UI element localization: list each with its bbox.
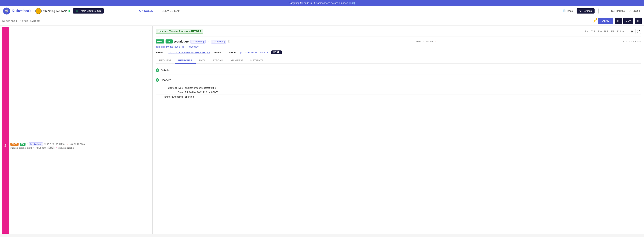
detail-header: Hypertext Transfer Protocol -- HTTP/1.1 … bbox=[156, 29, 641, 37]
details-section-header[interactable]: + Details bbox=[156, 67, 641, 74]
traffic-list: GQL POST 200 / [sock-shop] ⎘ 10.0.28.183… bbox=[0, 26, 152, 234]
tab-data[interactable]: DATA bbox=[196, 57, 209, 64]
traffic-btn-label: Traffic Capture: ON bbox=[80, 10, 101, 12]
docs-link[interactable]: 📄 Docs bbox=[563, 10, 572, 12]
details-section: + Details bbox=[156, 67, 641, 74]
method-badge: POST bbox=[10, 143, 18, 146]
protocol-chip: Hypertext Transfer Protocol -- HTTP/1.1 bbox=[156, 29, 203, 34]
flow-arrow: ⇒ bbox=[56, 147, 57, 149]
filter-bar: ⚡ Apply ⊞ CSV ⊙ bbox=[0, 16, 644, 26]
headers-section-header[interactable]: + Headers bbox=[156, 77, 641, 83]
tab-service-map[interactable]: SERVICE MAP bbox=[157, 8, 184, 14]
src-service-name: front-end-54cddd48dc-s4llq bbox=[156, 46, 184, 48]
traffic-row[interactable]: GQL POST 200 / [sock-shop] ⎘ 10.0.28.183… bbox=[0, 26, 152, 234]
et-label: ET: bbox=[611, 30, 615, 33]
node-label: Node: bbox=[229, 51, 236, 54]
header-key: Content-Type bbox=[156, 87, 183, 89]
detail-tabs: REQUEST RESPONSE DATA SYSCALL MANIFEST M… bbox=[156, 57, 641, 64]
tab-request[interactable]: REQUEST bbox=[156, 57, 175, 64]
fullscreen-detail-button[interactable]: ⛶ bbox=[636, 29, 641, 34]
source-label: mizutest-graphql-client-7f478798-fq4fr bbox=[10, 147, 46, 149]
header-row: Content-Type application/json; charset=u… bbox=[156, 86, 641, 90]
apply-button[interactable]: Apply bbox=[598, 18, 613, 24]
tab-api-calls[interactable]: API CALLS bbox=[135, 8, 158, 14]
streaming-label: streaming live traffic bbox=[43, 10, 67, 13]
logo-icon: 🦈 bbox=[3, 8, 10, 15]
split-view-button[interactable]: ⊟ bbox=[629, 29, 634, 34]
header-row: Transfer-Encoding chunked bbox=[156, 95, 641, 99]
scripting-link[interactable]: SCRIPTING bbox=[611, 10, 625, 12]
logo-name: Kubeshark bbox=[12, 9, 32, 13]
console-link[interactable]: CONSOLE bbox=[628, 10, 641, 12]
path-text: / bbox=[27, 143, 28, 146]
headers-title: Headers bbox=[161, 79, 171, 82]
http-status-badge: 200 bbox=[166, 40, 173, 44]
copy-detail-button[interactable]: ⎘ bbox=[228, 40, 230, 43]
more-button[interactable]: ⋮ bbox=[598, 8, 604, 14]
bytes-out: 194B bbox=[48, 147, 54, 149]
details-toggle: + bbox=[156, 68, 159, 72]
pause-button[interactable]: ⏸ bbox=[35, 8, 42, 14]
request-line: GET 200 /catalogue [sock-shop] → [sock-s… bbox=[156, 40, 641, 44]
service-path: front-end-54cddd48dc-s4llq → catalogue bbox=[156, 46, 641, 48]
service-path-arrow: → bbox=[185, 46, 187, 48]
banner-edit-link[interactable]: [edit] bbox=[350, 2, 355, 5]
settings-button[interactable]: ⚙ Settings bbox=[576, 8, 594, 14]
nav-tabs: API CALLS SERVICE MAP bbox=[135, 8, 184, 14]
dst-ip: 10.0.62.22:8080 bbox=[69, 143, 85, 145]
logo-area: 🦈 Kubeshark bbox=[3, 8, 32, 15]
copy-button[interactable]: ⎘ bbox=[44, 143, 46, 146]
row-main: POST 200 / [sock-shop] ⎘ 10.0.28.183:511… bbox=[10, 142, 150, 149]
details-title: Details bbox=[161, 69, 170, 72]
detail-path: /catalogue bbox=[174, 40, 188, 43]
power-icon: ⏻ bbox=[76, 10, 78, 12]
res-label: Res: bbox=[598, 30, 603, 33]
targeting-banner: Targeting 90 pods in 11 namespaces acros… bbox=[0, 0, 644, 6]
row-top: POST 200 / [sock-shop] ⎘ 10.0.28.183:511… bbox=[10, 142, 150, 146]
tab-syscall[interactable]: SYSCALL bbox=[209, 57, 227, 64]
stream-link[interactable]: 10.0.6.218:48999/000000142293.pcap bbox=[168, 51, 211, 54]
headers-block: Content-Type application/json; charset=u… bbox=[156, 86, 641, 99]
detail-service-src: [sock-shop] bbox=[190, 40, 206, 44]
detail-meta: Req: 63B Res: 3kB ET: 1212 μs bbox=[585, 30, 624, 33]
header-val: application/json; charset=utf-8 bbox=[185, 87, 216, 89]
pcap-button[interactable]: PCAP bbox=[272, 51, 282, 54]
tab-response[interactable]: RESPONSE bbox=[175, 57, 196, 64]
dst-service-name: catalogue bbox=[188, 46, 198, 48]
header-row: Date Fri, 20 Dec 2024 21:01:43 GMT bbox=[156, 90, 641, 95]
detail-dst-ip: 172.20.148.83:80 bbox=[623, 40, 641, 43]
filter-input[interactable] bbox=[2, 19, 591, 23]
detail-src-ip: 10.0.12.7:57556 bbox=[416, 40, 433, 43]
node-value: ip-10-0-6-218.ec2.internal bbox=[240, 51, 268, 54]
headers-divider bbox=[156, 84, 641, 84]
header-bar: 🦈 Kubeshark ⏸ streaming live traffic ⏻ T… bbox=[0, 6, 644, 16]
status-badge: 200 bbox=[20, 143, 26, 146]
banner-text: Targeting 90 pods in 11 namespaces acros… bbox=[289, 2, 348, 5]
header-key: Transfer-Encoding bbox=[156, 96, 183, 98]
live-indicator bbox=[68, 10, 70, 12]
main-content: GQL POST 200 / [sock-shop] ⎘ 10.0.28.183… bbox=[0, 26, 644, 234]
detail-panel: Hypertext Transfer Protocol -- HTTP/1.1 … bbox=[152, 26, 644, 234]
arrow-icon: → bbox=[66, 143, 68, 146]
tab-metadata[interactable]: METADATA bbox=[247, 57, 267, 64]
res-size: 3kB bbox=[604, 30, 608, 33]
right-actions: 📄 Docs ⚙ Settings ⋮ SCRIPTING CONSOLE bbox=[563, 8, 641, 14]
index-label: Index: bbox=[214, 51, 222, 54]
headers-toggle: + bbox=[156, 78, 159, 82]
service-tag: [sock-shop] bbox=[28, 142, 43, 146]
req-size: 63B bbox=[591, 30, 595, 33]
csv-export-button[interactable]: CSV bbox=[623, 18, 633, 24]
service-arrow: → bbox=[207, 40, 210, 43]
tab-manifest[interactable]: MANIFEST bbox=[227, 57, 247, 64]
header-key: Date bbox=[156, 91, 183, 94]
detail-arrow: → bbox=[434, 40, 437, 43]
stream-info: Stream: 10.0.6.218:48999/000000142293.pc… bbox=[156, 51, 641, 54]
fullscreen-button[interactable]: ⊙ bbox=[635, 18, 642, 24]
filter-options-button[interactable]: ⚡ bbox=[592, 19, 596, 23]
index-value: 0 bbox=[225, 51, 226, 54]
filter-badge bbox=[596, 18, 597, 20]
view-toggle-button[interactable]: ⊞ bbox=[615, 18, 622, 24]
traffic-capture-button[interactable]: ⏻ Traffic Capture: ON bbox=[73, 8, 104, 14]
http-method-badge: GET bbox=[156, 40, 164, 44]
header-val: chunked bbox=[185, 96, 194, 98]
